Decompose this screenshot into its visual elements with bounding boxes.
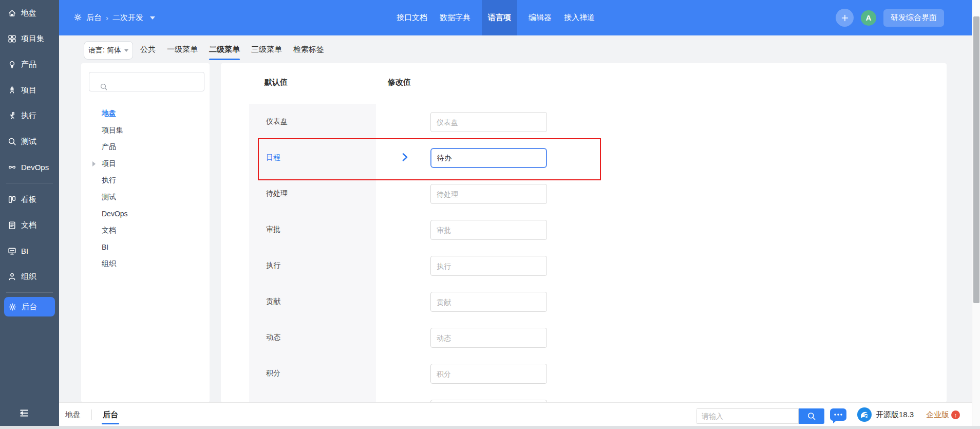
- org-icon: [8, 272, 16, 281]
- add-button[interactable]: [836, 9, 854, 27]
- caret-down-icon: [150, 16, 155, 20]
- table-row: 积分: [221, 356, 947, 391]
- sidebar-item-org[interactable]: 组织: [0, 264, 59, 289]
- module-list-item-label: 测试: [102, 193, 116, 202]
- sidebar-item-rocket[interactable]: 项目: [0, 77, 59, 103]
- global-search-button[interactable]: [799, 408, 824, 424]
- sidebar-collapse-button[interactable]: [18, 407, 33, 420]
- module-list: 地盘项目集产品项目执行测试DevOps文档BI组织: [81, 105, 210, 272]
- modified-value-input[interactable]: [430, 112, 547, 132]
- module-search-input[interactable]: [107, 72, 202, 91]
- tab-2[interactable]: 一级菜单: [167, 35, 198, 63]
- header-nav-item-4[interactable]: 编辑器: [527, 0, 553, 35]
- avatar[interactable]: A: [861, 10, 876, 26]
- status-bar: 地盘 后台 开源版18.3 企业版 ↑: [59, 402, 980, 426]
- default-value-label: 贡献: [266, 284, 280, 320]
- breadcrumb-root[interactable]: 后台: [86, 13, 102, 23]
- enterprise-link[interactable]: 企业版: [926, 403, 949, 426]
- sidebar-item-gear[interactable]: 后台: [4, 297, 55, 316]
- gear-icon: [8, 303, 17, 311]
- tab-5[interactable]: 检索标签: [293, 35, 324, 63]
- expand-caret-icon[interactable]: [92, 161, 96, 166]
- modified-value-input[interactable]: [430, 292, 547, 312]
- breadcrumb: 后台 › 二次开发: [73, 0, 155, 35]
- modified-value-input[interactable]: [430, 328, 547, 348]
- sidebar-item-magnifier[interactable]: 测试: [0, 128, 59, 154]
- app-root: 地盘项目集产品项目执行测试DevOps看板文档BI组织后台 后台 › 二次开发 …: [0, 0, 980, 429]
- sidebar-item-label: BI: [21, 247, 28, 255]
- upgrade-badge[interactable]: ↑: [951, 411, 960, 419]
- header-actions: A 研发综合界面: [836, 0, 944, 35]
- header-nav-item-1[interactable]: 接口文档: [395, 0, 428, 35]
- default-value-label: 仪表盘: [266, 104, 288, 140]
- default-value-label: 执行: [266, 248, 280, 284]
- module-list-item[interactable]: 项目集: [81, 122, 210, 139]
- home-icon: [8, 9, 16, 17]
- module-list-item[interactable]: 执行: [81, 172, 210, 189]
- header-nav-item-3[interactable]: 语言项: [482, 0, 517, 35]
- zentao-logo-icon[interactable]: [857, 407, 872, 422]
- sidebar-item-doc[interactable]: 文档: [0, 212, 59, 238]
- statusbar-tab-houtai[interactable]: 后台: [103, 403, 118, 426]
- module-list-item[interactable]: DevOps: [81, 206, 210, 222]
- scrollbar-thumb[interactable]: [973, 16, 979, 303]
- default-value-label: 待处理: [266, 176, 288, 212]
- plus-icon: [840, 13, 850, 23]
- module-list-item[interactable]: 产品: [81, 139, 210, 156]
- grid-icon: [8, 34, 16, 43]
- sidebar-item-runner[interactable]: 执行: [0, 103, 59, 128]
- sidebar-item-grid[interactable]: 项目集: [0, 26, 59, 51]
- sidebar-item-bi[interactable]: BI: [0, 238, 59, 264]
- vertical-scrollbar[interactable]: [972, 0, 980, 426]
- tab-1[interactable]: 公共: [140, 35, 156, 63]
- header-nav-item-2[interactable]: 数据字典: [439, 0, 472, 35]
- header-nav: 接口文档数据字典语言项编辑器接入禅道: [395, 0, 596, 35]
- breadcrumb-current[interactable]: 二次开发: [112, 13, 143, 23]
- module-list-item[interactable]: 地盘: [81, 105, 210, 122]
- kanban-icon: [8, 195, 16, 204]
- default-value-label: 积分: [266, 356, 280, 391]
- workbench-button[interactable]: 研发综合界面: [883, 9, 944, 27]
- module-list-item-label: 执行: [102, 176, 116, 185]
- sidebar-item-home[interactable]: 地盘: [0, 0, 59, 26]
- modified-value-input[interactable]: [430, 184, 547, 204]
- statusbar-tab-dipan[interactable]: 地盘: [65, 403, 81, 426]
- table-row: 仪表盘: [221, 104, 947, 140]
- sidebar-divider: [6, 183, 53, 183]
- sidebar-item-kanban[interactable]: 看板: [0, 186, 59, 212]
- module-list-item[interactable]: 项目: [81, 156, 210, 173]
- module-list-item-label: 文档: [102, 226, 116, 235]
- language-items-card: 默认值 修改值 仪表盘日程待处理审批执行贡献动态积分: [221, 63, 947, 402]
- header-nav-item-5[interactable]: 接入禅道: [563, 0, 596, 35]
- statusbar-divider: [91, 409, 92, 420]
- table-row: 贡献: [221, 284, 947, 320]
- modified-value-input[interactable]: [430, 148, 547, 168]
- tab-3[interactable]: 二级菜单: [209, 35, 240, 63]
- module-list-item[interactable]: BI: [81, 239, 210, 256]
- sidebar-item-infinity[interactable]: DevOps: [0, 154, 59, 180]
- module-list-item[interactable]: 组织: [81, 256, 210, 273]
- modified-value-input[interactable]: [430, 220, 547, 240]
- column-header-modified: 修改值: [388, 78, 411, 87]
- module-list-item[interactable]: 文档: [81, 222, 210, 239]
- tab-4[interactable]: 三级菜单: [251, 35, 282, 63]
- bi-icon: [8, 247, 16, 255]
- module-list-item-label: BI: [102, 243, 108, 251]
- sidebar-item-label: 看板: [21, 195, 36, 204]
- module-list-item[interactable]: 测试: [81, 189, 210, 206]
- table-row: 审批: [221, 212, 947, 248]
- language-dropdown[interactable]: 语言: 简体: [84, 41, 133, 60]
- module-panel: 地盘项目集产品项目执行测试DevOps文档BI组织: [81, 63, 210, 402]
- table-row: 执行: [221, 248, 947, 284]
- top-header: 后台 › 二次开发 接口文档数据字典语言项编辑器接入禅道 A 研发综合界面: [59, 0, 972, 35]
- feedback-chat-icon[interactable]: [830, 408, 847, 424]
- modified-value-input[interactable]: [430, 256, 547, 276]
- sidebar-item-bulb[interactable]: 产品: [0, 51, 59, 77]
- global-search-input[interactable]: [696, 409, 798, 423]
- default-value-label: 审批: [266, 212, 280, 248]
- module-list-item-label: 产品: [102, 142, 116, 152]
- modified-value-input[interactable]: [430, 364, 547, 384]
- table-row: 日程: [221, 140, 947, 176]
- module-list-item-label: 项目集: [102, 126, 123, 135]
- search-icon: [807, 412, 816, 421]
